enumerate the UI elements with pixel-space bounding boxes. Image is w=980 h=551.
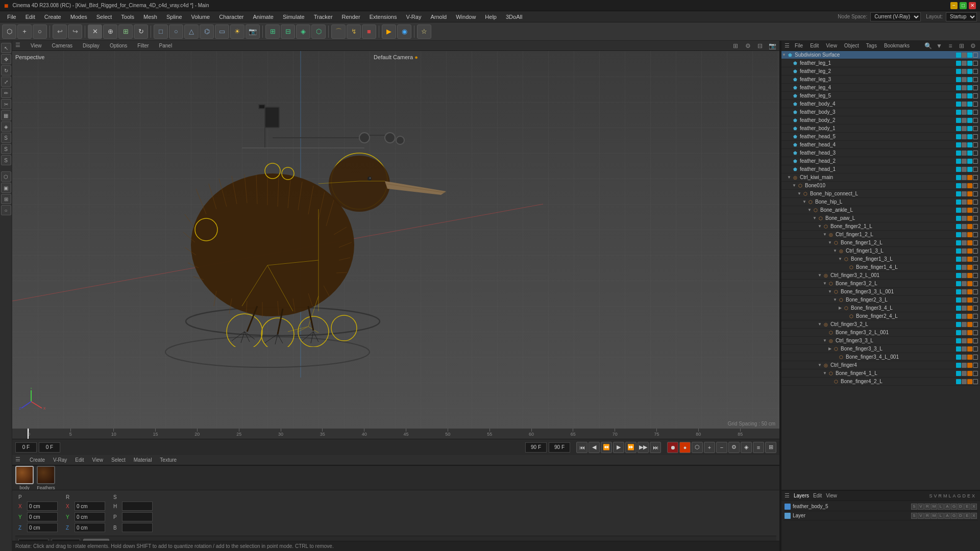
obj-dot-render[interactable] xyxy=(962,240,967,245)
pos-x-input[interactable] xyxy=(27,502,58,511)
obj-dot-render[interactable] xyxy=(962,265,967,270)
object-list-item[interactable]: ⬡ Bone_finger4_2_L xyxy=(781,378,980,386)
layer-icon-d[interactable]: D xyxy=(958,504,964,510)
object-list-item[interactable]: ⬡ Bone_finger3_4_L xyxy=(781,304,980,312)
obj-dot-visible[interactable] xyxy=(956,281,961,286)
toolbar-rotate-btn[interactable]: ↻ xyxy=(134,24,148,39)
window-controls[interactable]: − □ ✕ xyxy=(950,2,976,9)
viewport-icon-camera2[interactable]: 📷 xyxy=(768,42,776,50)
expand-arrow[interactable] xyxy=(792,183,797,188)
obj-dot-visible[interactable] xyxy=(956,257,961,262)
obj-dot-visible[interactable] xyxy=(956,265,961,270)
obj-dot-visible[interactable] xyxy=(956,77,961,82)
obj-dot-color[interactable] xyxy=(967,346,972,352)
material-thumb-feathers[interactable] xyxy=(37,466,55,484)
object-list-item[interactable]: ⬡ Bone010 xyxy=(781,182,980,190)
viewport-tab-cameras[interactable]: Cameras xyxy=(49,42,76,49)
obj-dot-render[interactable] xyxy=(962,371,967,376)
obj-dot-visible[interactable] xyxy=(956,306,961,311)
obj-dot-render[interactable] xyxy=(962,142,967,147)
toolbar-render-btn[interactable]: ▶ xyxy=(382,24,396,39)
obj-dot-color[interactable] xyxy=(967,69,972,74)
obj-dot-color[interactable] xyxy=(967,330,972,335)
scale-h-input[interactable] xyxy=(122,502,153,511)
obj-dot-color[interactable] xyxy=(967,151,972,156)
menu-extensions[interactable]: Extensions xyxy=(365,13,401,21)
obj-dot-render[interactable] xyxy=(962,126,967,131)
obj-dot-render[interactable] xyxy=(962,297,967,303)
obj-dot-color[interactable] xyxy=(967,159,972,164)
object-list-item[interactable]: ◎ Ctrl_finger3_3_L xyxy=(781,337,980,345)
obj-dot-color[interactable] xyxy=(967,273,972,278)
obj-dot-visible[interactable] xyxy=(956,126,961,131)
toolbar-cylinder-btn[interactable]: ⌬ xyxy=(200,24,214,39)
toolbar-scale-btn[interactable]: ⊞ xyxy=(118,24,133,39)
obj-dot-visible[interactable] xyxy=(956,199,961,205)
menu-file[interactable]: File xyxy=(3,13,20,21)
toolbar-ipr-btn[interactable]: ◉ xyxy=(397,24,411,39)
obj-dot-grid[interactable] xyxy=(973,208,978,213)
object-list-item[interactable]: ⬟ feather_head_3 xyxy=(781,149,980,157)
obj-dot-grid[interactable] xyxy=(973,61,978,66)
obj-tb-edit[interactable]: Edit xyxy=(808,42,821,49)
obj-dot-color[interactable] xyxy=(967,142,972,147)
menu-character[interactable]: Character xyxy=(215,13,248,21)
layer-tab-view[interactable]: View xyxy=(826,493,837,498)
obj-dot-render[interactable] xyxy=(962,159,967,164)
expand-arrow[interactable] xyxy=(807,208,812,212)
obj-dot-color[interactable] xyxy=(967,363,972,368)
obj-dot-render[interactable] xyxy=(962,134,967,139)
layer-icon-x[interactable]: X xyxy=(971,513,977,519)
menu-animate[interactable]: Animate xyxy=(249,13,278,21)
object-list-item[interactable]: ⬡ Bone_finger1_4_L xyxy=(781,263,980,271)
obj-dot-render[interactable] xyxy=(962,355,967,360)
obj-dot-color[interactable] xyxy=(967,314,972,319)
expand-arrow[interactable] xyxy=(822,232,827,237)
obj-dot-grid[interactable] xyxy=(973,363,978,368)
toolbar-light2-btn[interactable]: ☆ xyxy=(417,24,431,39)
expand-arrow[interactable] xyxy=(827,240,832,245)
layer-icon-d[interactable]: D xyxy=(958,513,964,519)
viewport-tab-panel[interactable]: Panel xyxy=(156,42,176,49)
obj-dot-visible[interactable] xyxy=(956,159,961,164)
layer-tab-edit[interactable]: Edit xyxy=(813,493,822,498)
obj-dot-color[interactable] xyxy=(967,134,972,139)
obj-dot-color[interactable] xyxy=(967,371,972,376)
obj-dot-render[interactable] xyxy=(962,330,967,335)
obj-dot-visible[interactable] xyxy=(956,330,961,335)
object-list-item[interactable]: ◎ Ctrl_finger3_2_L xyxy=(781,320,980,329)
obj-dot-color[interactable] xyxy=(967,118,972,123)
tool-extrude[interactable]: ▦ xyxy=(1,110,11,120)
layer-tab-layers[interactable]: Layers xyxy=(794,493,809,498)
obj-dot-grid[interactable] xyxy=(973,102,978,107)
obj-dot-grid[interactable] xyxy=(973,216,978,221)
expand-arrow[interactable] xyxy=(817,273,822,278)
obj-dot-render[interactable] xyxy=(962,151,967,156)
pos-y-input[interactable] xyxy=(27,512,58,521)
obj-dot-color[interactable] xyxy=(967,306,972,311)
obj-dot-visible[interactable] xyxy=(956,142,961,147)
obj-dot-render[interactable] xyxy=(962,216,967,221)
rot-x-input[interactable] xyxy=(75,502,105,511)
object-list-item[interactable]: ⬡ Bone_paw_L xyxy=(781,214,980,222)
layer-icon-e[interactable]: E xyxy=(964,513,970,519)
obj-tb-object[interactable]: Object xyxy=(842,42,861,49)
viewport-icon-settings[interactable]: ⚙ xyxy=(744,42,752,50)
layer-icon-x[interactable]: X xyxy=(971,504,977,510)
obj-dot-grid[interactable] xyxy=(973,346,978,352)
object-list-item[interactable]: ◎ Ctrl_kiwi_main xyxy=(781,173,980,182)
layer-icon-a[interactable]: A xyxy=(944,513,950,519)
start-frame-input[interactable] xyxy=(15,442,37,453)
tool-texture[interactable]: ▣ xyxy=(1,183,11,193)
tool-knife[interactable]: ✂ xyxy=(1,99,11,109)
layer-icon-r[interactable]: R xyxy=(924,504,930,510)
obj-dot-visible[interactable] xyxy=(956,216,961,221)
expand-arrow[interactable] xyxy=(822,371,827,375)
menu-volume[interactable]: Volume xyxy=(187,13,214,21)
object-list-item[interactable]: ⬡ Bone_finger2_3_L xyxy=(781,296,980,304)
obj-dot-color[interactable] xyxy=(967,289,972,294)
obj-dot-grid[interactable] xyxy=(973,338,978,343)
panel-menu-icon[interactable]: ☰ xyxy=(785,42,790,49)
obj-dot-render[interactable] xyxy=(962,346,967,352)
obj-search-icon[interactable]: 🔍 xyxy=(924,42,932,50)
